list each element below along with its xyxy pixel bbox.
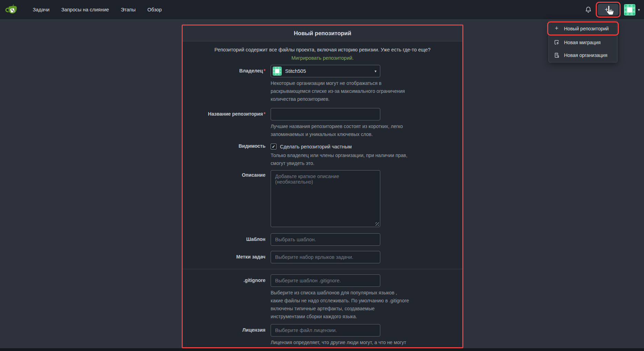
identicon-avatar [273,67,282,76]
chevron-down-icon: ▾ [374,69,376,74]
template-label: Шаблон [183,233,265,246]
repo-name-input[interactable] [271,108,380,120]
private-checkbox[interactable]: ✓ [271,144,276,149]
owner-select[interactable]: Stitch505 ▾ [271,65,380,77]
user-menu-caret-icon[interactable]: ▾ [638,8,640,12]
organization-icon [554,52,560,58]
menu-item-label: Новая миграция [564,40,601,45]
visibility-label: Видимость [183,143,265,167]
issue-labels-label: Метки задач [183,251,265,263]
license-input[interactable] [271,324,380,337]
required-asterisk: * [264,111,265,117]
plus-icon: + [554,25,560,32]
description-row: Описание [183,170,462,227]
issue-labels-field-cell [271,251,462,263]
license-row: Лицензия Лицензия определяет, что другие… [183,324,462,348]
create-new-dropdown-menu: + Новый репозиторий Новая миграция [549,20,617,62]
repo-name-label-text: Название репозитория [208,111,263,117]
create-new-button[interactable]: + ▾ [598,4,618,16]
menu-item-new-organization[interactable]: Новая организация [549,49,617,61]
plus-icon: + [605,6,608,13]
owner-label: Владелец* [183,65,265,103]
intro-text-static: Репозиторий содержит все файлы проекта, … [214,47,431,52]
nav-link-explore[interactable]: Обзор [141,0,168,20]
new-repository-panel: Новый репозиторий Репозиторий содержит в… [182,25,463,348]
repo-name-label: Название репозитория* [183,108,265,138]
nav-link-issues[interactable]: Задачи [27,0,56,20]
private-checkbox-line: ✓ Сделать репозиторий частным [271,143,462,149]
gitea-logo[interactable] [5,3,19,16]
license-label: Лицензия [183,324,265,348]
description-label: Описание [183,170,265,227]
gitea-cup-icon [5,4,18,16]
owner-label-text: Владелец [239,68,263,74]
required-asterisk: * [264,68,265,74]
migrate-repository-link[interactable]: Мигрировать репозиторий. [291,55,354,61]
repo-name-row: Название репозитория* Лучшие названия ре… [183,108,462,138]
owner-row: Владелец* [183,65,462,103]
gitignore-help-text: Выберите из списка шаблонов для популярн… [271,289,409,321]
bell-icon [585,6,592,13]
template-field-cell [271,233,462,246]
menu-item-new-migration[interactable]: Новая миграция [549,36,617,49]
owner-avatar [273,67,282,76]
issue-labels-input[interactable] [271,251,380,263]
section-divider [183,269,462,269]
license-field-cell: Лицензия определяет, что другие люди мог… [271,324,462,348]
gitignore-field-cell: Выберите из списка шаблонов для популярн… [271,274,462,321]
intro-text: Репозиторий содержит все файлы проекта, … [183,41,462,65]
chevron-down-icon: ▾ [610,8,612,12]
issue-labels-row: Метки задач [183,251,462,263]
migration-icon [554,40,560,45]
identicon-avatar [624,4,635,16]
user-avatar[interactable] [624,4,635,16]
owner-selected-value: Stitch505 [285,68,374,74]
menu-item-label: Новый репозиторий [564,26,609,31]
top-navbar: Задачи Запросы на слияние Этапы Обзор + … [0,0,644,20]
panel-body: Репозиторий содержит все файлы проекта, … [183,41,462,348]
menu-item-new-repository[interactable]: + Новый репозиторий [547,21,619,36]
menu-item-label: Новая организация [564,52,607,58]
gitignore-row: .gitignore Выберите из списка шаблонов д… [183,274,462,321]
license-help-static: Лицензия определяет, что другие люди мог… [271,340,406,348]
private-checkbox-label: Сделать репозиторий частным [280,144,352,149]
repo-name-help-text: Лучшие названия репозиториев состоят из … [271,123,409,138]
owner-field-cell: Stitch505 ▾ Некоторые организации могут … [271,65,462,103]
description-textarea[interactable] [271,170,380,227]
gitignore-label: .gitignore [183,274,265,321]
repo-name-field-cell: Лучшие названия репозиториев состоят из … [271,108,462,138]
visibility-field-cell: ✓ Сделать репозиторий частным Только вла… [271,143,462,167]
navbar-links: Задачи Запросы на слияние Этапы Обзор [27,0,168,20]
owner-help-text: Некоторые организации могут не отображат… [271,79,409,103]
visibility-help-text: Только владелец или члены организации, п… [271,152,409,167]
template-row: Шаблон [183,233,462,246]
license-help-text: Лицензия определяет, что другие люди мог… [271,339,409,348]
annotation-ring-plus-button: + ▾ [596,2,621,18]
nav-link-pull-requests[interactable]: Запросы на слияние [56,0,115,20]
template-input[interactable] [271,233,380,246]
gitignore-input[interactable] [271,274,380,287]
description-field-cell [271,170,380,227]
panel-title: Новый репозиторий [183,26,462,41]
visibility-row: Видимость ✓ Сделать репозиторий частным … [183,143,462,167]
nav-link-milestones[interactable]: Этапы [115,0,141,20]
notifications-button[interactable] [585,6,592,13]
bottom-edge-strip [0,348,644,351]
